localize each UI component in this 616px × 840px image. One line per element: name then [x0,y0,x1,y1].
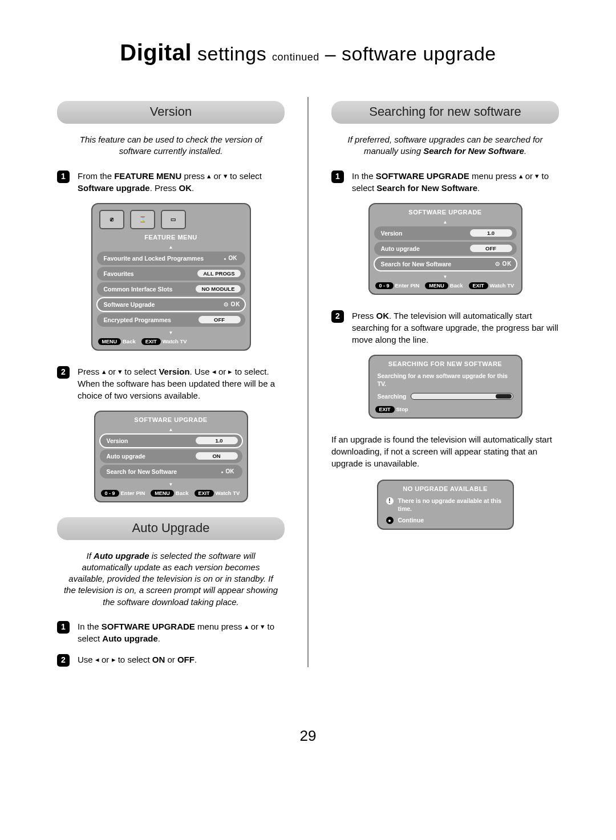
osd-feature-menu: ⎚ ⌛ ▭ FEATURE MENU Favourite and Locked … [91,203,251,351]
left-column: Version This feature can be used to chec… [57,94,285,676]
auto-upgrade-intro: If Auto upgrade is selected the software… [63,550,279,608]
section-searching: Searching for new software [331,101,559,124]
menu-row-selected[interactable]: Software Upgrade ⊙ OK [97,298,245,311]
menu-row[interactable]: Auto upgrade ON [100,449,242,463]
section-auto-upgrade: Auto Upgrade [57,517,285,540]
ok-dot-icon: ● [386,517,394,524]
menu-row[interactable]: Favourites ALL PROGS [97,267,245,281]
version-step-2: 2 Press ▴ or ▾ to select Version. Use ◂ … [57,366,285,401]
section-version: Version [57,101,285,124]
info-icon: ! [386,497,394,505]
version-intro: This feature can be used to check the ve… [63,134,279,157]
osd-icon: ⌛ [130,210,155,229]
osd-title: FEATURE MENU [96,233,246,243]
osd-software-upgrade-left: SOFTWARE UPGRADE Version 1.0 Auto upgrad… [94,411,248,502]
auto-step-1: 1 In the SOFTWARE UPGRADE menu press ▴ o… [57,620,285,644]
menu-row[interactable]: Version 1.0 [374,226,517,240]
continue-button[interactable]: ● Continue [382,514,509,525]
search-step-1: 1 In the SOFTWARE UPGRADE menu press ▴ o… [331,170,559,194]
osd-icon: ⎚ [99,210,124,229]
right-column: Searching for new software If preferred,… [331,94,559,676]
menu-row[interactable]: Common Interface Slots NO MODULE [97,282,245,296]
osd-footer: MENUBack EXITWatch TV [96,335,246,346]
osd-icon: ▭ [161,210,186,229]
menu-row[interactable]: Search for New Software OK [100,465,242,478]
progress-bar: Searching [373,392,518,403]
version-step-1: 1 From the FEATURE MENU press ▴ or ▾ to … [57,170,285,194]
menu-row[interactable]: Favourite and Locked Programmes OK [97,251,245,265]
osd-no-upgrade: NO UPGRADE AVAILABLE ! There is no upgra… [377,480,514,530]
osd-software-upgrade-right: SOFTWARE UPGRADE Version 1.0 Auto upgrad… [368,203,522,295]
menu-row-selected[interactable]: Search for New Software ⊙ OK [374,257,517,271]
page-title: Digital settings continued – software up… [57,40,559,66]
osd-footer: EXITStop [373,403,518,414]
menu-row[interactable]: Auto upgrade OFF [374,242,517,255]
page-number: 29 [57,727,559,745]
search-step-2: 2 Press OK. The television will automati… [331,310,559,346]
column-divider [307,97,309,667]
search-after-text: If an upgrade is found the television wi… [331,433,559,469]
menu-row-selected[interactable]: Version 1.0 [100,434,242,448]
osd-footer: 0 - 9Enter PIN MENUBack EXITWatch TV [99,487,244,498]
menu-row[interactable]: Encrypted Programmes OFF [97,313,245,327]
step-badge: 1 [57,171,70,183]
osd-footer: 0 - 9Enter PIN MENUBack EXITWatch TV [373,279,518,290]
osd-searching: SEARCHING FOR NEW SOFTWARE Searching for… [368,355,522,419]
searching-intro: If preferred, software upgrades can be s… [337,134,553,157]
auto-step-2: 2 Use ◂ or ▸ to select ON or OFF. [57,654,285,667]
